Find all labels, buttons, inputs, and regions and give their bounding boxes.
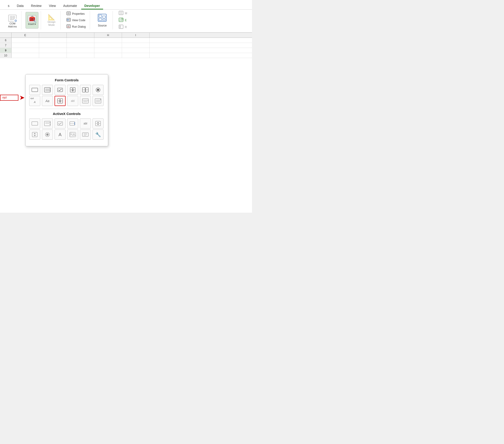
fc-listbox[interactable] bbox=[42, 85, 53, 95]
tab-automate[interactable]: Automate bbox=[60, 2, 80, 9]
cell-h10[interactable] bbox=[94, 53, 122, 58]
cell-i6[interactable] bbox=[122, 38, 150, 43]
tab-view[interactable]: View bbox=[46, 2, 59, 9]
cell-e10[interactable] bbox=[12, 53, 39, 58]
insert-dropdown-popup: Form Controls xyz bbox=[25, 74, 108, 146]
more-icon1 bbox=[119, 11, 123, 16]
ax-label[interactable]: A bbox=[54, 130, 66, 140]
row-num-10: 10 bbox=[0, 53, 12, 58]
svg-rect-28 bbox=[119, 25, 123, 29]
source-button[interactable]: Source bbox=[94, 12, 110, 29]
ribbon-toolbar: ⚙ COM Add-ins 🧰 🔧 Insert ▾ bbox=[0, 10, 252, 33]
cell-h7[interactable] bbox=[94, 43, 122, 48]
fc-combobox[interactable] bbox=[80, 96, 91, 106]
spreadsheet-area: E H I 6 7 9 bbox=[0, 33, 252, 213]
cell-f9[interactable] bbox=[39, 48, 67, 53]
cell-f6[interactable] bbox=[39, 38, 67, 43]
more-btn1[interactable]: M bbox=[117, 10, 129, 17]
insert-button[interactable]: 🧰 🔧 Insert ▾ bbox=[26, 12, 38, 29]
col-header-h[interactable]: H bbox=[94, 33, 122, 38]
svg-rect-17 bbox=[99, 18, 102, 20]
design-mode-button[interactable]: 📐 Design Mode bbox=[45, 12, 58, 29]
fc-groupbox[interactable]: Aa bbox=[42, 96, 53, 106]
ax-textbox[interactable]: abl bbox=[80, 118, 91, 129]
fc-listbox2[interactable] bbox=[92, 96, 104, 106]
cell-f7[interactable] bbox=[39, 43, 67, 48]
view-code-label: View Code bbox=[72, 19, 85, 22]
col-header-i[interactable]: I bbox=[122, 33, 150, 38]
svg-rect-69 bbox=[57, 122, 63, 125]
run-dialog-button[interactable]: Run Dialog bbox=[65, 24, 88, 30]
cell-e9[interactable] bbox=[12, 48, 39, 53]
form-controls-grid: xyz A Aa abl bbox=[29, 85, 104, 106]
ax-toggle[interactable] bbox=[80, 130, 91, 140]
com-addins-button[interactable]: ⚙ COM Add-ins bbox=[6, 12, 19, 29]
ax-scrollbar[interactable] bbox=[29, 130, 40, 140]
table-row: 10 bbox=[0, 53, 252, 58]
svg-marker-77 bbox=[97, 124, 99, 125]
fc-scrollbar[interactable] bbox=[80, 85, 91, 95]
fc-spinner2[interactable] bbox=[54, 96, 66, 106]
col-header-g[interactable] bbox=[67, 33, 94, 38]
cell-g6[interactable] bbox=[67, 38, 94, 43]
svg-marker-42 bbox=[72, 90, 74, 92]
red-arrow-icon: ➤ bbox=[19, 95, 25, 101]
insert-icon: 🧰 🔧 bbox=[28, 15, 36, 22]
more-label3: R bbox=[125, 26, 127, 29]
view-code-button[interactable]: View Code bbox=[65, 17, 88, 23]
table-row: 6 bbox=[0, 38, 252, 43]
fc-label[interactable]: xyz A bbox=[29, 96, 40, 106]
activex-controls-grid: abl A 🔧 bbox=[29, 118, 104, 140]
ax-more-controls[interactable]: 🔧 bbox=[92, 130, 104, 140]
svg-rect-18 bbox=[103, 16, 105, 18]
fc-spinner[interactable] bbox=[67, 85, 78, 95]
fc-button[interactable] bbox=[29, 85, 40, 95]
tab-data[interactable]: Data bbox=[14, 2, 27, 9]
tab-developer[interactable]: Developer bbox=[81, 2, 103, 9]
red-arrow-annotation: xyz ➤ bbox=[0, 95, 25, 101]
source-group: Source bbox=[92, 11, 113, 29]
code-small-group: Properties View Code Run Dialog bbox=[65, 12, 88, 29]
more-btn3[interactable]: R bbox=[117, 24, 129, 30]
view-code-icon bbox=[67, 18, 71, 22]
cell-h9[interactable] bbox=[94, 48, 122, 53]
ax-listbox[interactable] bbox=[42, 118, 53, 129]
cell-h6[interactable] bbox=[94, 38, 122, 43]
fc-textbox[interactable]: abl bbox=[67, 96, 78, 106]
cell-i10[interactable] bbox=[122, 53, 150, 58]
design-mode-group: 📐 Design Mode bbox=[43, 11, 60, 29]
svg-marker-51 bbox=[59, 99, 61, 100]
svg-point-82 bbox=[46, 134, 49, 136]
more-btn2[interactable]: <> E bbox=[117, 17, 129, 23]
properties-button[interactable]: Properties bbox=[65, 11, 88, 17]
row-num-9: 9 bbox=[0, 48, 12, 53]
more-icon2: <> bbox=[119, 18, 123, 23]
svg-rect-30 bbox=[120, 27, 121, 28]
col-header-e[interactable]: E bbox=[12, 33, 39, 38]
ax-button[interactable] bbox=[29, 118, 40, 129]
ax-option-button[interactable] bbox=[42, 130, 53, 140]
cell-g7[interactable] bbox=[67, 43, 94, 48]
tab-review[interactable]: Review bbox=[28, 2, 45, 9]
ax-checkbox[interactable] bbox=[54, 118, 66, 129]
col-header-f[interactable] bbox=[39, 33, 67, 38]
cell-e7[interactable] bbox=[12, 43, 39, 48]
cell-i7[interactable] bbox=[122, 43, 150, 48]
ax-combobox[interactable] bbox=[67, 118, 78, 129]
fc-option-button[interactable] bbox=[92, 85, 104, 95]
more-group: M <> E R bbox=[115, 11, 131, 29]
ax-spinner[interactable] bbox=[92, 118, 104, 129]
cell-e6[interactable] bbox=[12, 38, 39, 43]
cell-g10[interactable] bbox=[67, 53, 94, 58]
ax-image[interactable] bbox=[67, 130, 78, 140]
cell-f10[interactable] bbox=[39, 53, 67, 58]
svg-rect-29 bbox=[120, 26, 121, 26]
properties-label: Properties bbox=[72, 12, 85, 16]
fc-checkbox[interactable] bbox=[54, 85, 66, 95]
tab-s[interactable]: s bbox=[5, 2, 13, 9]
cell-i9[interactable] bbox=[122, 48, 150, 53]
table-row: 7 bbox=[0, 43, 252, 48]
cell-g9[interactable] bbox=[67, 48, 94, 53]
svg-point-6 bbox=[68, 19, 68, 20]
svg-rect-15 bbox=[98, 14, 106, 21]
